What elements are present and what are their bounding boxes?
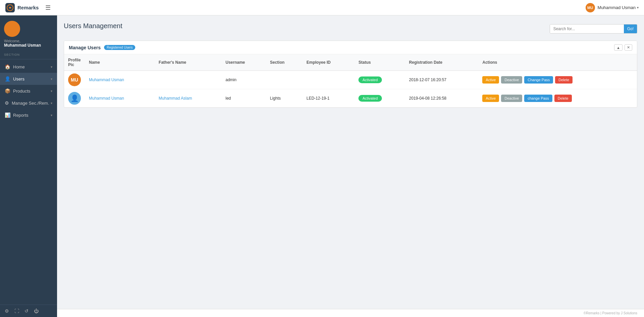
fathers-name-link[interactable]: Muhammad Aslam xyxy=(159,96,192,101)
main-content: Users Management Go! Manage Users Regist… xyxy=(57,15,644,317)
status-badge: Activated xyxy=(358,76,382,83)
cell-fathers-name: Muhammad Aslam xyxy=(155,89,221,108)
delete-button[interactable]: Delete xyxy=(555,76,573,84)
page-title: Users Management xyxy=(64,22,122,30)
reports-icon: 📊 xyxy=(5,112,10,118)
footer-text: ©Remarks | Powered by J Solutions xyxy=(584,311,637,315)
close-button[interactable]: ✕ xyxy=(625,44,632,51)
chevron-icon-reports: ▾ xyxy=(51,113,52,117)
actions-container: ActiveDeactivechange PassDelete xyxy=(482,95,633,102)
cell-name: Muhammad Usman xyxy=(85,89,155,108)
sidebar-footer: ⚙ ⛶ ↺ ⏻ xyxy=(0,305,57,317)
cell-status: Activated xyxy=(354,71,405,89)
topbar-user-dropdown[interactable]: Muhammad Usman ▾ xyxy=(598,5,639,10)
sidebar-label-manage-sec: Manage Sec./Rem. xyxy=(12,101,49,106)
cell-actions: ActiveDeactivechange PassDelete xyxy=(478,89,637,108)
cell-section xyxy=(266,71,302,89)
cell-username: admin xyxy=(221,71,266,89)
power-icon[interactable]: ⏻ xyxy=(34,308,39,314)
navbar-left: Remarks ☰ xyxy=(5,3,51,12)
table-body: MUMuhammad UsmanadminActivated2018-12-07… xyxy=(64,71,637,108)
fullscreen-icon[interactable]: ⛶ xyxy=(14,308,19,314)
sidebar: Welcome, Muhammad Usman SECTION 🏠 Home ▾… xyxy=(0,15,57,317)
active-button[interactable]: Active xyxy=(482,95,499,102)
chevron-down-icon: ▾ xyxy=(637,6,639,9)
app-logo: Remarks xyxy=(5,3,39,12)
table-header-row: Profile Pic Name Father's Name Username … xyxy=(64,54,637,71)
cell-fathers-name xyxy=(155,71,221,89)
table-head: Profile Pic Name Father's Name Username … xyxy=(64,54,637,71)
name-link[interactable]: Muhammad Usman xyxy=(89,77,124,82)
sidebar-user-section: Welcome, Muhammad Usman xyxy=(0,15,57,52)
change-pass-button[interactable]: change Pass xyxy=(524,95,552,102)
sidebar-label-users: Users xyxy=(13,76,24,82)
deactive-button[interactable]: Deactive xyxy=(501,76,522,84)
sidebar-menu: 🏠 Home ▾ 👤 Users ▾ 📦 Products ▾ ⚙ Manage… xyxy=(0,59,57,305)
card-header-actions: ▲ ✕ xyxy=(614,44,632,51)
search-bar: Go! xyxy=(550,24,637,34)
table-row: 👤Muhammad UsmanMuhammad AslamledLightsLE… xyxy=(64,89,637,108)
table-row: MUMuhammad UsmanadminActivated2018-12-07… xyxy=(64,71,637,89)
card-title: Manage Users xyxy=(69,45,101,50)
cell-status: Activated xyxy=(354,89,405,108)
cell-registration-date: 2019-04-08 12:26:58 xyxy=(405,89,479,108)
col-name: Name xyxy=(85,54,155,71)
card-header: Manage Users Registered Users ▲ ✕ xyxy=(64,41,637,54)
cell-employee-id: LED-12-19-1 xyxy=(302,89,354,108)
refresh-icon[interactable]: ↺ xyxy=(24,308,29,314)
sidebar-item-products[interactable]: 📦 Products ▾ xyxy=(0,85,57,97)
search-button[interactable]: Go! xyxy=(624,24,637,33)
users-table: Profile Pic Name Father's Name Username … xyxy=(64,54,637,107)
minimize-button[interactable]: ▲ xyxy=(614,44,623,51)
chevron-icon-manage-sec: ▾ xyxy=(51,101,52,105)
col-fathers-name: Father's Name xyxy=(155,54,221,71)
sidebar-username: Muhammad Usman xyxy=(4,43,41,48)
col-status: Status xyxy=(354,54,405,71)
cell-actions: ActiveDeactiveChange PassDelete xyxy=(478,71,637,89)
logo-icon xyxy=(5,3,15,12)
topbar-avatar: MU xyxy=(586,3,595,12)
col-section: Section xyxy=(266,54,302,71)
sidebar-item-home[interactable]: 🏠 Home ▾ xyxy=(0,61,57,73)
manage-sec-icon: ⚙ xyxy=(5,100,9,106)
col-profile-pic: Profile Pic xyxy=(64,54,85,71)
home-icon: 🏠 xyxy=(5,64,10,69)
sidebar-welcome: Welcome, xyxy=(4,39,20,43)
top-navbar: Remarks ☰ MU Muhammad Usman ▾ xyxy=(0,0,644,15)
table-wrapper: Profile Pic Name Father's Name Username … xyxy=(64,54,637,107)
delete-button[interactable]: Delete xyxy=(554,95,572,102)
sidebar-item-manage-sec[interactable]: ⚙ Manage Sec./Rem. ▾ xyxy=(0,97,57,109)
profile-avatar: MU xyxy=(68,73,81,86)
cell-registration-date: 2018-12-07 16:20:57 xyxy=(405,71,479,89)
chevron-icon-home: ▾ xyxy=(51,65,52,69)
chevron-icon-products: ▾ xyxy=(51,89,52,93)
search-input[interactable] xyxy=(550,24,624,33)
cell-name: Muhammad Usman xyxy=(85,71,155,89)
app-title: Remarks xyxy=(17,5,39,10)
cell-profile-pic: 👤 xyxy=(64,89,85,108)
name-link[interactable]: Muhammad Usman xyxy=(89,96,124,101)
hamburger-icon[interactable]: ☰ xyxy=(45,4,51,11)
col-registration-date: Registration Date xyxy=(405,54,479,71)
col-employee-id: Employee ID xyxy=(302,54,354,71)
cell-section: Lights xyxy=(266,89,302,108)
cell-employee-id xyxy=(302,71,354,89)
change-pass-button[interactable]: Change Pass xyxy=(524,76,553,84)
users-card: Manage Users Registered Users ▲ ✕ Profil… xyxy=(64,41,637,108)
sidebar-avatar xyxy=(4,21,20,37)
sidebar-label-reports: Reports xyxy=(13,113,29,118)
active-button[interactable]: Active xyxy=(482,76,499,84)
chevron-icon-users: ▾ xyxy=(51,77,52,81)
users-icon: 👤 xyxy=(5,76,10,82)
settings-icon[interactable]: ⚙ xyxy=(5,308,9,314)
products-icon: 📦 xyxy=(5,88,10,94)
deactive-button[interactable]: Deactive xyxy=(501,95,522,102)
topbar-username: Muhammad Usman xyxy=(598,5,636,10)
cell-profile-pic: MU xyxy=(64,71,85,89)
sidebar-item-users[interactable]: 👤 Users ▾ xyxy=(0,73,57,85)
sidebar-label-home: Home xyxy=(13,64,25,69)
sidebar-item-reports[interactable]: 📊 Reports ▾ xyxy=(0,109,57,121)
footer: ©Remarks | Powered by J Solutions xyxy=(57,309,644,317)
sidebar-section-label: SECTION xyxy=(0,52,57,59)
col-actions: Actions xyxy=(478,54,637,71)
